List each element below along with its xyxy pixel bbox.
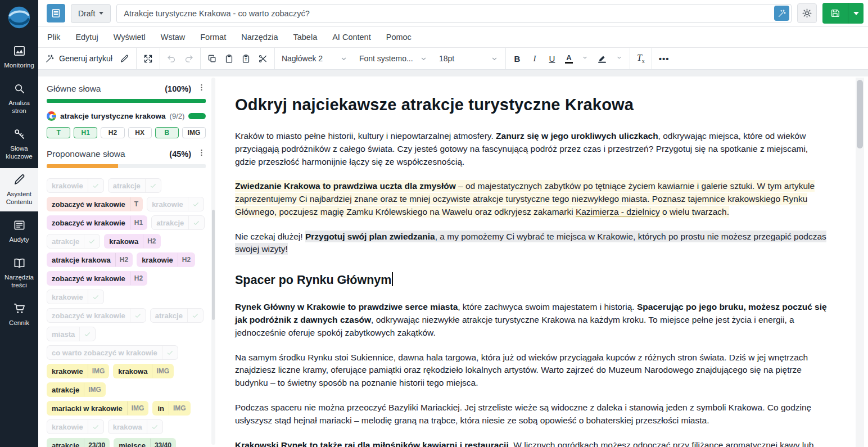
- status-dropdown[interactable]: Draft: [71, 4, 111, 23]
- menu-edytuj[interactable]: Edytuj: [75, 33, 98, 42]
- editor-scrollbar[interactable]: [856, 78, 864, 447]
- menu-tabela[interactable]: Tabela: [293, 33, 317, 42]
- chip-label: zobaczyć w krakowie: [47, 272, 130, 285]
- sidebar-item-narzędzia-treści[interactable]: Narzędzia treści: [0, 251, 38, 295]
- font-size-dropdown[interactable]: 18pt: [439, 54, 499, 63]
- menu-wyświetl[interactable]: Wyświetl: [114, 33, 146, 42]
- text-color-button[interactable]: A: [565, 54, 573, 64]
- highlight-color-button[interactable]: [597, 53, 607, 64]
- menu-narzędzia[interactable]: Narzędzia: [241, 33, 278, 42]
- kebab-menu-icon[interactable]: [197, 83, 206, 94]
- clear-formatting-button[interactable]: Tx: [637, 53, 645, 64]
- check-icon: [150, 182, 157, 189]
- keyword-chip[interactable]: mariacki w krakowieIMG: [47, 401, 148, 416]
- keyword-chip[interactable]: zobaczyć w krakowie: [47, 308, 146, 323]
- keyword-chip[interactable]: atrakcje: [151, 215, 205, 230]
- keyword-chip[interactable]: krakowie: [47, 419, 104, 434]
- editor-paragraph[interactable]: Na samym środku Rynku stoi Sukiennice, d…: [235, 351, 829, 390]
- paste-as-text-button[interactable]: T: [241, 54, 251, 64]
- save-options-button[interactable]: [848, 3, 864, 24]
- menu-wstaw[interactable]: Wstaw: [161, 33, 186, 42]
- keyword-chip[interactable]: zobaczyć w krakowieH1: [47, 215, 147, 230]
- keyword-chip[interactable]: miasta: [47, 327, 96, 341]
- keyword-chip[interactable]: co warto zobaczyć w krakowie: [47, 345, 178, 360]
- editor-paragraph[interactable]: Zwiedzanie Krakowa to prawdziwa uczta dl…: [235, 180, 829, 218]
- keyword-chip[interactable]: zobaczyć w krakowieH2: [47, 271, 147, 286]
- sidebar-item-asystent-contentu[interactable]: Asystent Contentu: [0, 168, 38, 211]
- sidebar-item-audyty[interactable]: Audyty: [0, 214, 38, 249]
- kebab-menu-icon[interactable]: [197, 148, 206, 159]
- keyword-chip[interactable]: krakowieIMG: [47, 364, 109, 378]
- keyword-tag-b[interactable]: B: [155, 127, 179, 138]
- edit-prompt-button[interactable]: [120, 54, 129, 64]
- redo-button[interactable]: [184, 54, 193, 64]
- editor-paragraph[interactable]: Podczas spaceru nie można przeoczyć Bazy…: [235, 401, 829, 427]
- main-keyword-row[interactable]: atrakcje turystyczne krakowa (9/2): [47, 111, 206, 121]
- magic-wand-button[interactable]: [774, 6, 789, 21]
- cut-button[interactable]: [258, 54, 268, 64]
- sidebar-item-analiza-stron[interactable]: Analiza stron: [0, 77, 38, 120]
- article-editor[interactable]: Odkryj najciekawsze atrakcje turystyczne…: [216, 70, 868, 447]
- editor-paragraph[interactable]: Kraków to miasto pełne historii, kultury…: [235, 130, 829, 168]
- more-tools-button[interactable]: •••: [659, 54, 670, 64]
- keyword-chip[interactable]: krakowie: [47, 178, 104, 193]
- keyword-chip[interactable]: krakowie: [147, 197, 204, 211]
- menu-format[interactable]: Format: [200, 33, 226, 42]
- italic-button[interactable]: I: [530, 54, 539, 64]
- editor-paragraph[interactable]: Rynek Główny w Krakowie to prawdziwe ser…: [235, 301, 829, 339]
- keyword-chip[interactable]: krakowaIMG: [113, 364, 174, 378]
- editor-heading-h2[interactable]: Spacer po Rynku Głównym: [235, 272, 829, 287]
- sidebar-item-słowa-kluczowe[interactable]: Słowa kluczowe: [0, 123, 38, 166]
- sidebar-item-monitoring[interactable]: Monitoring: [0, 39, 38, 75]
- font-family-dropdown[interactable]: Font systemo...: [359, 54, 428, 63]
- article-title-input[interactable]: [116, 4, 792, 23]
- keyword-chip[interactable]: krakowieH2: [137, 252, 195, 267]
- editor-paragraph[interactable]: Nie czekaj dłużej! Przygotuj swój plan z…: [235, 231, 829, 256]
- keyword-chip[interactable]: krakowie: [47, 290, 104, 304]
- bold-button[interactable]: B: [513, 54, 522, 64]
- keyword-chip[interactable]: inIMG: [152, 401, 190, 416]
- keyword-tag-h1[interactable]: H1: [74, 127, 97, 138]
- keyword-chip[interactable]: atrakcje23/30: [47, 438, 110, 447]
- keyword-chip[interactable]: krakowaH2: [104, 234, 160, 249]
- highlight-color-dropdown[interactable]: [616, 53, 623, 64]
- main-area: Draft PlikEdytujWyświe: [38, 0, 868, 447]
- keyword-chip[interactable]: krakowa: [108, 419, 163, 434]
- keyword-tag-img[interactable]: IMG: [182, 127, 206, 138]
- app-logo-icon[interactable]: [6, 4, 32, 30]
- keyword-chip[interactable]: atrakcjeIMG: [47, 382, 106, 397]
- paste-button[interactable]: [224, 54, 234, 64]
- settings-button[interactable]: [797, 3, 817, 23]
- menu-pomoc[interactable]: Pomoc: [386, 33, 412, 42]
- menu-ai-content[interactable]: AI Content: [332, 33, 371, 42]
- copy-button[interactable]: [207, 54, 217, 64]
- keyword-chip[interactable]: miejsce33/40: [114, 438, 176, 447]
- sidebar-item-cennik[interactable]: Cennik: [0, 297, 38, 332]
- keyword-chip[interactable]: atrakcje: [108, 178, 161, 193]
- text-color-dropdown[interactable]: [581, 53, 589, 64]
- keyword-tag-hx[interactable]: HX: [128, 127, 152, 138]
- editor-heading-h1[interactable]: Odkryj najciekawsze atrakcje turystyczne…: [235, 96, 829, 114]
- panel-scrollbar[interactable]: [211, 78, 215, 445]
- generate-article-button[interactable]: Generuj artykuł: [45, 54, 112, 64]
- keyword-chip[interactable]: atrakcje krakowaH2: [47, 252, 133, 267]
- caret-down-icon: [99, 12, 103, 15]
- keyword-chip[interactable]: atrakcje: [150, 308, 204, 323]
- menu-plik[interactable]: Plik: [47, 33, 60, 42]
- main-keyword-score-bar: [188, 113, 206, 119]
- keyword-chip[interactable]: zobaczyć w krakowieT: [47, 197, 143, 211]
- keyword-tag-h2[interactable]: H2: [101, 127, 124, 138]
- underline-button[interactable]: U: [548, 54, 557, 64]
- fullscreen-button[interactable]: [143, 54, 153, 64]
- save-button[interactable]: [822, 3, 848, 24]
- chip-label: atrakcje: [151, 309, 187, 322]
- keyword-tag-t[interactable]: T: [47, 127, 70, 138]
- editor-paragraph[interactable]: Krakowski Rynek to także raj dla miłośni…: [235, 439, 829, 447]
- chevron-down-icon: [340, 55, 348, 63]
- chip-badge: T: [130, 197, 142, 211]
- document-outline-button[interactable]: [47, 4, 65, 22]
- keyword-chip[interactable]: atrakcje: [47, 234, 100, 249]
- inline-link[interactable]: Kazimierza - dzielnicy: [576, 206, 660, 218]
- heading-style-dropdown[interactable]: Nagłówek 2: [282, 54, 348, 63]
- undo-button[interactable]: [167, 54, 177, 64]
